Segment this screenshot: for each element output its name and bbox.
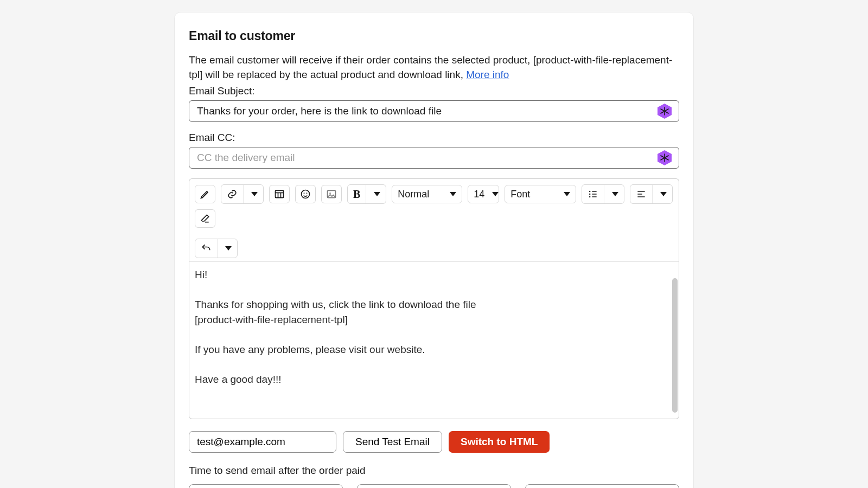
editor-line: Hi!: [195, 267, 668, 282]
bold-dropdown[interactable]: [366, 185, 386, 203]
undo-button[interactable]: [195, 239, 217, 258]
timing-label: Time to send email after the order paid: [189, 465, 679, 477]
image-button[interactable]: [321, 185, 342, 203]
list-icon: [588, 189, 598, 200]
list-split-button[interactable]: [582, 184, 624, 204]
hours-select[interactable]: 3 Hours: [357, 484, 511, 488]
font-family-select[interactable]: Font: [505, 185, 576, 203]
chevron-down-icon: [564, 192, 570, 196]
more-info-link[interactable]: More info: [466, 69, 509, 80]
switch-to-html-button[interactable]: Switch to HTML: [449, 431, 550, 453]
editor-line: If you have any problems, please visit o…: [195, 342, 668, 357]
align-split-button[interactable]: [630, 184, 673, 204]
svg-point-16: [329, 192, 331, 194]
svg-point-13: [304, 193, 305, 194]
email-subject-label: Email Subject:: [189, 85, 679, 97]
variable-picker-icon[interactable]: [656, 103, 673, 119]
eraser-icon: [200, 213, 210, 224]
undo-dropdown[interactable]: [217, 239, 237, 258]
email-subject-input[interactable]: [189, 100, 679, 122]
rich-text-editor: B Normal 14 Font: [189, 178, 679, 262]
emoji-icon: [300, 189, 311, 200]
email-subject-wrap: [189, 100, 679, 122]
table-icon: [274, 189, 285, 200]
font-size-select[interactable]: 14: [468, 185, 499, 203]
days-select[interactable]: 0 Days: [189, 484, 343, 488]
svg-point-12: [302, 190, 310, 198]
undo-split-button[interactable]: [195, 239, 238, 258]
link-button[interactable]: [221, 185, 243, 203]
pencil-icon: [200, 189, 210, 200]
chevron-down-icon: [251, 192, 258, 196]
editor-content[interactable]: Hi! Thanks for shopping with us, click t…: [189, 262, 679, 419]
chevron-down-icon: [374, 192, 380, 196]
svg-point-14: [307, 193, 308, 194]
undo-icon: [201, 243, 212, 254]
svg-point-18: [589, 194, 591, 195]
link-icon: [227, 189, 238, 200]
editor-toolbar: B Normal 14 Font: [189, 179, 679, 262]
font-family-value: Font: [510, 189, 530, 200]
email-cc-label: Email CC:: [189, 132, 679, 144]
email-to-customer-panel: Email to customer The email customer wil…: [174, 12, 694, 488]
align-left-icon: [636, 189, 647, 200]
test-email-input[interactable]: [189, 431, 336, 453]
list-button[interactable]: [582, 185, 604, 203]
emoji-button[interactable]: [295, 185, 316, 203]
chevron-down-icon: [660, 192, 667, 196]
send-test-email-button[interactable]: Send Test Email: [343, 431, 442, 453]
panel-description: The email customer will receive if their…: [189, 53, 679, 82]
editor-line: Have a good day!!!: [195, 372, 668, 387]
chevron-down-icon: [225, 246, 232, 251]
link-dropdown[interactable]: [243, 185, 263, 203]
svg-point-19: [589, 196, 591, 198]
bold-split-button[interactable]: B: [347, 184, 386, 204]
editor-body-wrap: Hi! Thanks for shopping with us, click t…: [189, 262, 679, 419]
svg-point-17: [589, 191, 591, 192]
chevron-down-icon: [492, 192, 499, 196]
bold-icon: B: [353, 188, 360, 201]
svg-rect-8: [276, 191, 284, 198]
font-size-value: 14: [474, 189, 484, 200]
timing-row: 0 Days 3 Hours 0 Minutes: [189, 484, 679, 488]
editor-line: [product-with-file-replacement-tpl]: [195, 312, 668, 328]
panel-title: Email to customer: [189, 29, 679, 43]
chevron-down-icon: [612, 192, 618, 196]
format-select[interactable]: Normal: [392, 185, 462, 203]
scrollbar[interactable]: [672, 278, 678, 413]
format-select-value: Normal: [398, 189, 429, 200]
align-dropdown[interactable]: [652, 185, 672, 203]
align-button[interactable]: [630, 185, 652, 203]
minutes-select[interactable]: 0 Minutes: [525, 484, 679, 488]
scrollbar-thumb[interactable]: [672, 278, 678, 413]
clear-format-button[interactable]: [195, 209, 215, 228]
table-button[interactable]: [269, 185, 290, 203]
variable-picker-icon[interactable]: [656, 150, 673, 166]
description-text: The email customer will receive if their…: [189, 54, 672, 80]
edit-button[interactable]: [195, 185, 215, 203]
chevron-down-icon: [450, 192, 456, 196]
email-cc-wrap: [189, 147, 679, 169]
list-dropdown[interactable]: [604, 185, 624, 203]
test-email-row: Send Test Email Switch to HTML: [189, 431, 679, 453]
image-icon: [326, 189, 337, 200]
editor-line: Thanks for shopping with us, click the l…: [195, 297, 668, 312]
bold-button[interactable]: B: [348, 185, 366, 203]
link-split-button[interactable]: [221, 184, 264, 204]
email-cc-input[interactable]: [189, 147, 679, 169]
